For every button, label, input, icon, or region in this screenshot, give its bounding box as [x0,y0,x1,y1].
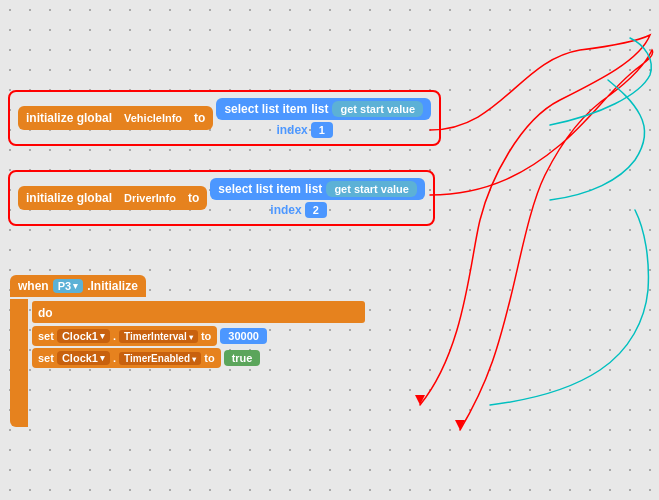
select-label: select list item [224,102,307,116]
index-label2: index [270,203,301,217]
get-start-value-block2[interactable]: get start value [326,181,417,197]
set-block-2[interactable]: set Clock1 . TimerEnabled to [32,348,221,368]
get-start-value-block[interactable]: get start value [332,101,423,117]
when-block[interactable]: when P3 .Initialize [10,275,146,297]
set-block-1[interactable]: set Clock1 . TimerInterval to [32,326,217,346]
to-label2: to [188,191,199,205]
workspace: initialize global VehicleInfo to select … [0,0,659,500]
when-p3-group: when P3 .Initialize do set Clock1 . Time [10,275,369,427]
clock1b-dropdown[interactable]: Clock1 [57,351,110,365]
p3-dropdown[interactable]: P3 [53,279,83,293]
timer-value[interactable]: 30000 [220,328,267,344]
timerenabled-prop[interactable]: TimerEnabled [119,352,201,365]
svg-marker-0 [415,395,425,405]
index-label: index [276,123,307,137]
initialize-driverinfo-row: initialize global DriverInfo to select l… [18,178,425,218]
initialize-global-vehicleinfo-block[interactable]: initialize global VehicleInfo to [18,106,213,130]
list-label: list [311,102,328,116]
timerinterval-prop[interactable]: TimerInterval [119,330,198,343]
set-timerinterval-row: set Clock1 . TimerInterval to 30000 [32,326,365,346]
clock1a-dropdown[interactable]: Clock1 [57,329,110,343]
true-value[interactable]: true [224,350,261,366]
when-header-row: when P3 .Initialize [10,275,369,297]
initialize-event: .Initialize [87,279,138,293]
do-label: do [32,301,365,323]
select-list-item-row2b: index 2 [210,202,425,218]
do-bracket [10,299,28,427]
initialize-vehicleinfo-group: initialize global VehicleInfo to select … [8,90,441,146]
list-label2: list [305,182,322,196]
to-label: to [194,111,205,125]
select-list-item-row1[interactable]: select list item list get start value [216,98,431,120]
select-list-item-row2: index 1 [216,122,431,138]
index-value-1[interactable]: 1 [311,122,333,138]
initialize-global-driverinfo-block[interactable]: initialize global DriverInfo to [18,186,207,210]
svg-marker-1 [455,420,465,430]
select-label2: select list item [218,182,301,196]
set-timerenabled-row: set Clock1 . TimerEnabled to true [32,348,365,368]
initialize-vehicleinfo-row: initialize global VehicleInfo to select … [18,98,431,138]
do-container: do set Clock1 . TimerInterval to 30000 [10,299,369,427]
when-label: when [18,279,49,293]
select-list-driverinfo: select list item list get start value in… [210,178,425,218]
initialize-label: initialize global [26,111,112,125]
initialize-driverinfo-group: initialize global DriverInfo to select l… [8,170,435,226]
select-list-item-row1b[interactable]: select list item list get start value [210,178,425,200]
initialize-label2: initialize global [26,191,112,205]
select-list-vehicleinfo: select list item list get start value in… [216,98,431,138]
vehicleinfo-var[interactable]: VehicleInfo [116,110,190,126]
driverinfo-var[interactable]: DriverInfo [116,190,184,206]
do-body: do set Clock1 . TimerInterval to 30000 [28,299,369,427]
index-value-2[interactable]: 2 [305,202,327,218]
